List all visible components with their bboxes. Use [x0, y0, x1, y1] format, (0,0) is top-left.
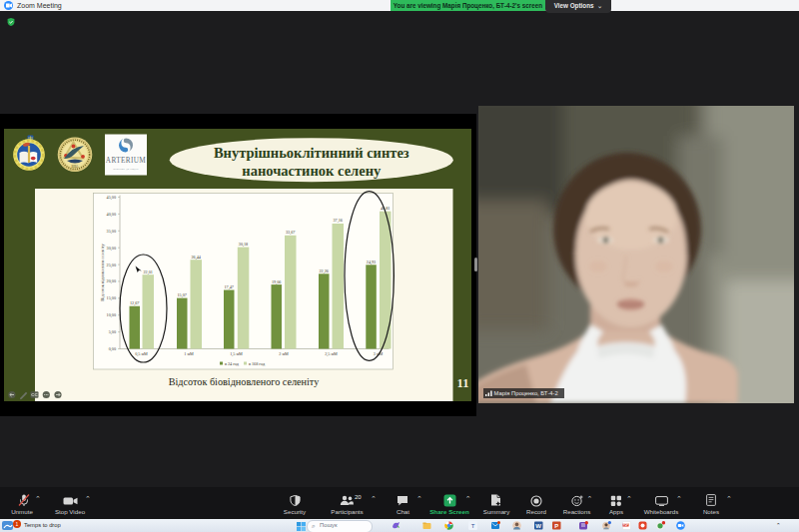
- svg-text:CC: CC: [31, 392, 38, 397]
- svg-text:P: P: [554, 523, 558, 529]
- svg-text:в 168 год: в 168 год: [249, 361, 266, 366]
- svg-text:T: T: [471, 523, 475, 529]
- svg-text:11: 11: [457, 376, 469, 390]
- svg-text:Відсоток біовідновленого селен: Відсоток біовідновленого селеніту: [169, 376, 320, 387]
- svg-text:2 мМ: 2 мМ: [279, 351, 289, 356]
- svg-text:наночастинок селену: наночастинок селену: [242, 163, 382, 179]
- svg-text:1 мМ: 1 мМ: [184, 351, 194, 356]
- svg-text:Відсоток відновлення селеніту: Відсоток відновлення селеніту: [100, 243, 105, 300]
- svg-text:PDF: PDF: [623, 523, 629, 527]
- svg-text:ВІВА: ВІВА: [72, 165, 80, 169]
- svg-text:в 24 год: в 24 год: [225, 361, 240, 366]
- svg-text:ARTERIUM: ARTERIUM: [106, 157, 147, 165]
- svg-text:Внутрішньоклітинний синтез: Внутрішньоклітинний синтез: [214, 145, 409, 161]
- svg-text:Вхоплює до людей: Вхоплює до людей: [113, 168, 139, 171]
- svg-text:W: W: [535, 523, 541, 529]
